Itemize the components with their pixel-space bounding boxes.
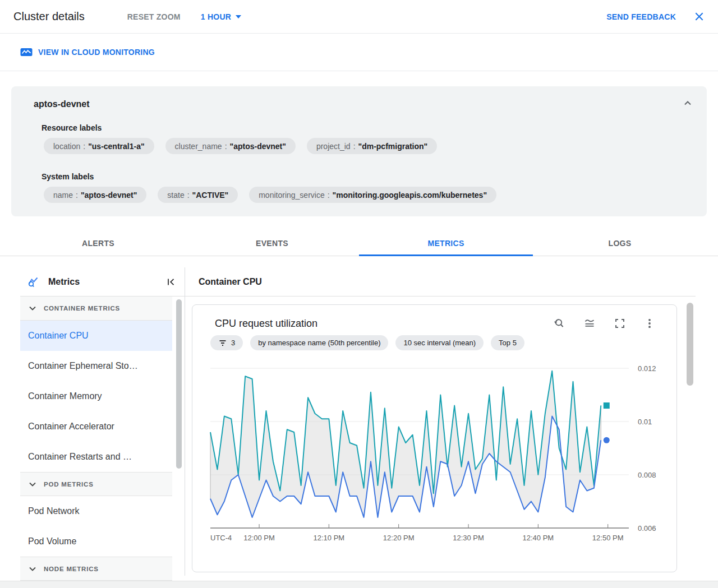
metrics-sidebar: Metrics CONTAINER METRICS Container CPU … bbox=[20, 267, 185, 576]
system-label-chip: monitoring_service:"monitoring.googleapi… bbox=[249, 187, 496, 203]
system-label-chip: state:"ACTIVE" bbox=[158, 187, 238, 203]
send-feedback-button[interactable]: SEND FEEDBACK bbox=[606, 12, 676, 21]
collapse-panel-button[interactable] bbox=[165, 276, 177, 288]
sidebar-item-pod-network[interactable]: Pod Network bbox=[20, 496, 172, 526]
svg-text:12:30 PM: 12:30 PM bbox=[453, 534, 484, 542]
label-value: "monitoring.googleapis.com/kubernetes" bbox=[333, 191, 487, 200]
filter-count-chip[interactable]: 3 bbox=[210, 335, 243, 350]
section-label: NODE METRICS bbox=[44, 566, 99, 572]
label-separator: : bbox=[187, 191, 190, 200]
svg-text:12:00 PM: 12:00 PM bbox=[243, 534, 275, 542]
label-separator: : bbox=[76, 191, 78, 200]
subbar: VIEW IN CLOUD MONITORING bbox=[0, 34, 718, 71]
label-key: name bbox=[53, 191, 73, 200]
fullscreen-button[interactable] bbox=[614, 318, 625, 329]
system-labels-heading: System labels bbox=[42, 172, 696, 181]
interval-chip[interactable]: 10 sec interval (mean) bbox=[395, 335, 484, 350]
cluster-summary-card: aptos-devnet Resource labels location:"u… bbox=[11, 86, 707, 216]
resource-label-chip: cluster_name:"aptos-devnet" bbox=[165, 138, 296, 154]
sidebar-item-container-ephemeral-storage[interactable]: Container Ephemeral Sto… bbox=[20, 351, 172, 381]
resource-labels-heading: Resource labels bbox=[42, 123, 696, 132]
sidebar-item-pod-volume[interactable]: Pod Volume bbox=[20, 526, 172, 557]
svg-text:12:20 PM: 12:20 PM bbox=[383, 534, 415, 542]
resource-labels-row: location:"us-central1-a" cluster_name:"a… bbox=[44, 138, 696, 154]
section-label: CONTAINER METRICS bbox=[44, 305, 120, 312]
label-value: "aptos-devnet" bbox=[81, 191, 137, 200]
sidebar-scrollbar[interactable] bbox=[176, 299, 182, 469]
chevron-down-icon bbox=[28, 304, 37, 313]
cpu-chart-card: CPU request utilization bbox=[192, 304, 677, 572]
view-in-cloud-monitoring-link[interactable]: VIEW IN CLOUD MONITORING bbox=[20, 48, 155, 57]
filter-icon bbox=[218, 339, 227, 348]
label-key: location bbox=[53, 142, 80, 151]
content-scrollbar[interactable] bbox=[687, 303, 693, 386]
section-node-metrics[interactable]: NODE METRICS bbox=[20, 557, 172, 581]
tab-alerts[interactable]: ALERTS bbox=[11, 230, 185, 256]
tab-metrics[interactable]: METRICS bbox=[359, 230, 533, 256]
blue-series-end-marker bbox=[604, 437, 610, 443]
label-key: monitoring_service bbox=[259, 191, 325, 200]
close-icon bbox=[694, 11, 705, 22]
label-value: "dm-pcfmigration" bbox=[358, 142, 428, 151]
metrics-panel-title: Metrics bbox=[48, 277, 80, 287]
tab-logs[interactable]: LOGS bbox=[533, 230, 707, 256]
cpu-chart-svg[interactable]: 0.0060.0080.010.01212:00 PM12:10 PM12:20… bbox=[192, 354, 676, 547]
topbar: Cluster details RESET ZOOM 1 HOUR SEND F… bbox=[0, 0, 718, 34]
pane-title: Container CPU bbox=[185, 267, 696, 297]
tab-bar: ALERTS EVENTS METRICS LOGS bbox=[0, 230, 718, 256]
caret-down-icon bbox=[236, 15, 241, 18]
sidebar-item-container-accelerator[interactable]: Container Accelerator bbox=[20, 411, 172, 442]
section-pod-metrics[interactable]: POD METRICS bbox=[20, 472, 172, 496]
label-separator: : bbox=[328, 191, 330, 200]
label-separator: : bbox=[83, 142, 85, 151]
sidebar-item-container-restarts[interactable]: Container Restarts and … bbox=[20, 442, 172, 472]
label-key: project_id bbox=[316, 142, 351, 151]
svg-text:UTC-4: UTC-4 bbox=[210, 534, 232, 542]
monitoring-icon bbox=[20, 48, 33, 57]
resource-label-chip: project_id:"dm-pcfmigration" bbox=[307, 138, 437, 154]
chevron-down-icon bbox=[28, 564, 37, 573]
zoom-reset-button[interactable] bbox=[553, 317, 565, 330]
statistics-button[interactable] bbox=[583, 317, 596, 330]
collapse-card-button[interactable] bbox=[682, 98, 693, 109]
group-by-chip[interactable]: by namespace name (50th percentile) bbox=[250, 335, 388, 350]
chart-filter-chips: 3 by namespace name (50th percentile) 10… bbox=[210, 335, 676, 350]
chevron-down-icon bbox=[28, 480, 37, 489]
label-value: "us-central1-a" bbox=[88, 142, 144, 151]
chevron-up-icon bbox=[682, 98, 693, 109]
resource-label-chip: location:"us-central1-a" bbox=[44, 138, 154, 154]
label-key: cluster_name bbox=[175, 142, 222, 151]
svg-text:12:40 PM: 12:40 PM bbox=[523, 534, 554, 542]
close-button[interactable] bbox=[694, 11, 705, 22]
fullscreen-icon bbox=[614, 318, 625, 329]
top-n-chip[interactable]: Top 5 bbox=[491, 335, 524, 350]
bottom-scrollbar-track[interactable] bbox=[0, 581, 718, 588]
label-value: "aptos-devnet" bbox=[230, 142, 286, 151]
time-range-label: 1 HOUR bbox=[201, 12, 231, 21]
section-label: POD METRICS bbox=[44, 481, 94, 488]
more-options-button[interactable] bbox=[644, 318, 655, 329]
teal-series-end-marker bbox=[604, 402, 610, 409]
reset-zoom-button[interactable]: RESET ZOOM bbox=[127, 12, 181, 21]
svg-text:12:50 PM: 12:50 PM bbox=[592, 534, 624, 542]
label-key: state bbox=[167, 191, 184, 200]
sidebar-item-container-memory[interactable]: Container Memory bbox=[20, 381, 172, 411]
page-title: Cluster details bbox=[13, 10, 85, 23]
label-value: "ACTIVE" bbox=[192, 191, 229, 200]
section-container-metrics[interactable]: CONTAINER METRICS bbox=[20, 297, 172, 321]
svg-text:0.006: 0.006 bbox=[638, 524, 656, 533]
tab-events[interactable]: EVENTS bbox=[185, 230, 359, 256]
panel-collapse-icon bbox=[165, 276, 177, 288]
metrics-content: Metrics CONTAINER METRICS Container CPU … bbox=[20, 267, 696, 576]
metrics-icon bbox=[27, 275, 40, 289]
view-in-cloud-monitoring-label: VIEW IN CLOUD MONITORING bbox=[38, 48, 155, 57]
sidebar-item-container-cpu[interactable]: Container CPU bbox=[20, 321, 172, 351]
time-range-dropdown[interactable]: 1 HOUR bbox=[201, 12, 241, 21]
zoom-reset-icon bbox=[553, 317, 565, 330]
system-label-chip: name:"aptos-devnet" bbox=[44, 187, 146, 203]
label-separator: : bbox=[353, 142, 356, 151]
svg-text:0.01: 0.01 bbox=[638, 418, 652, 426]
filter-count: 3 bbox=[231, 339, 235, 347]
chart-pane: Container CPU CPU request utilization bbox=[185, 267, 696, 576]
metrics-sidebar-header: Metrics bbox=[20, 267, 185, 297]
